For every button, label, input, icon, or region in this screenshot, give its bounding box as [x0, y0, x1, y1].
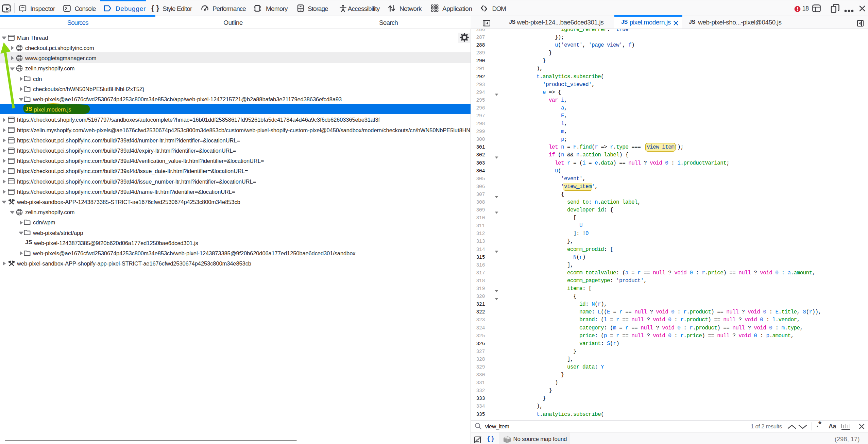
svg-text:{ }: { } [151, 4, 159, 12]
